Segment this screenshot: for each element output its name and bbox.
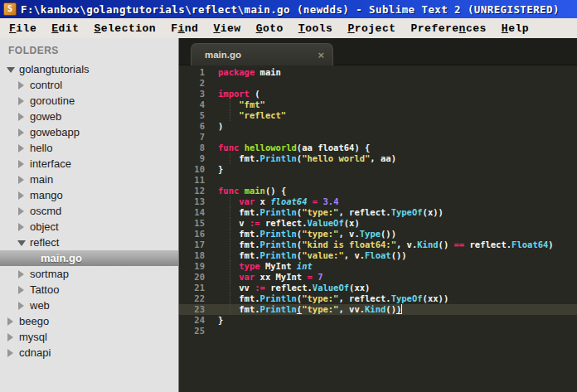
line-number: 24 xyxy=(179,315,205,326)
triangle-right-icon[interactable] xyxy=(17,144,25,152)
tree-item-mysql[interactable]: mysql xyxy=(0,329,178,345)
tree-item-sortmap[interactable]: sortmap xyxy=(0,266,178,282)
triangle-right-icon[interactable] xyxy=(17,302,25,309)
triangle-right-icon[interactable] xyxy=(17,160,25,167)
tree-item-label: object xyxy=(30,220,59,233)
triangle-right-icon[interactable] xyxy=(17,128,25,136)
menu-bar: FileEditSelectionFindViewGotoToolsProjec… xyxy=(0,18,577,38)
code-line-content: } xyxy=(205,164,223,175)
code-line-16[interactable]: 16 fmt.Println("type:", v.Type()) xyxy=(179,229,577,240)
tree-item-label: goroutine xyxy=(30,94,75,107)
tree-item-beego[interactable]: beego xyxy=(0,313,178,329)
menu-item-find[interactable]: Find xyxy=(163,21,206,36)
folder-tree: golangtutorialscontrolgoroutinegowebgowe… xyxy=(0,61,178,361)
triangle-right-icon[interactable] xyxy=(7,333,14,341)
tree-item-label: cdnapi xyxy=(19,346,51,359)
triangle-right-icon[interactable] xyxy=(17,223,25,230)
line-number: 15 xyxy=(179,218,205,229)
code-line-3[interactable]: 3import ( xyxy=(179,89,577,99)
line-number: 16 xyxy=(179,229,205,240)
tree-item-web[interactable]: web xyxy=(0,298,178,313)
code-line-4[interactable]: 4 "fmt" xyxy=(179,99,577,110)
code-line-content: ) xyxy=(205,121,223,132)
menu-item-file[interactable]: File xyxy=(2,21,44,36)
folders-header: FOLDERS xyxy=(0,38,178,61)
tree-item-label: golangtutorials xyxy=(19,63,90,75)
menu-item-selection[interactable]: Selection xyxy=(86,21,163,36)
code-line-6[interactable]: 6) xyxy=(179,121,577,132)
tab-main-go[interactable]: main.go × xyxy=(191,43,333,65)
tree-item-gowebapp[interactable]: gowebapp xyxy=(0,124,178,140)
code-line-content: func helloworld(aa float64) { xyxy=(205,143,370,153)
code-line-24[interactable]: 24} xyxy=(179,315,577,326)
code-line-5[interactable]: 5 "reflect" xyxy=(179,110,577,121)
tree-item-goroutine[interactable]: goroutine xyxy=(0,93,178,109)
tree-item-tattoo[interactable]: Tattoo xyxy=(0,282,178,298)
tree-item-mango[interactable]: mango xyxy=(0,187,178,203)
code-line-17[interactable]: 17 fmt.Println("kind is float64:", v.Kin… xyxy=(179,240,577,250)
tree-item-golangtutorials[interactable]: golangtutorials xyxy=(0,61,178,77)
triangle-right-icon[interactable] xyxy=(17,176,25,183)
code-line-18[interactable]: 18 fmt.Println("value:", v.Float()) xyxy=(179,250,577,261)
tree-item-main-go[interactable]: main.go xyxy=(0,250,178,266)
code-line-2[interactable]: 2 xyxy=(179,78,577,89)
close-icon[interactable]: × xyxy=(318,50,324,60)
tree-item-interface[interactable]: interface xyxy=(0,156,178,172)
window-title: F:\kanbox\golangtutorials\reflect\main.g… xyxy=(21,3,560,16)
code-line-12[interactable]: 12func main() { xyxy=(179,186,577,196)
tree-item-control[interactable]: control xyxy=(0,77,178,93)
triangle-right-icon[interactable] xyxy=(17,286,25,293)
menu-item-help[interactable]: Help xyxy=(494,21,536,36)
triangle-right-icon[interactable] xyxy=(17,81,25,89)
triangle-right-icon[interactable] xyxy=(17,191,25,199)
no-icon xyxy=(28,254,36,262)
code-line-23[interactable]: 23 fmt.Println("type:", vv.Kind()) xyxy=(179,304,577,315)
triangle-right-icon[interactable] xyxy=(7,317,14,325)
code-area[interactable]: 1package main23import (4 "fmt"5 "reflect… xyxy=(179,65,577,392)
code-line-1[interactable]: 1package main xyxy=(179,67,577,78)
code-line-15[interactable]: 15 v := reflect.ValueOf(x) xyxy=(179,218,577,229)
tree-item-main[interactable]: main xyxy=(0,172,178,187)
code-line-content: fmt.Println("type:", vv.Kind()) xyxy=(205,304,402,315)
code-line-20[interactable]: 20 var xx MyInt = 7 xyxy=(179,272,577,283)
tree-item-label: main.go xyxy=(41,252,82,264)
tree-item-reflect[interactable]: reflect xyxy=(0,235,178,250)
triangle-right-icon[interactable] xyxy=(17,97,25,104)
menu-item-preferences[interactable]: Preferences xyxy=(404,21,494,36)
triangle-right-icon[interactable] xyxy=(7,349,14,356)
tree-item-goweb[interactable]: goweb xyxy=(0,109,178,124)
triangle-down-icon[interactable] xyxy=(17,239,25,246)
code-line-11[interactable]: 11 xyxy=(179,175,577,186)
tree-item-object[interactable]: object xyxy=(0,219,178,235)
tree-item-cdnapi[interactable]: cdnapi xyxy=(0,345,178,361)
code-line-22[interactable]: 22 fmt.Println("type:", reflect.TypeOf(x… xyxy=(179,293,577,304)
triangle-right-icon[interactable] xyxy=(17,113,25,120)
menu-item-goto[interactable]: Goto xyxy=(249,21,291,36)
code-line-25[interactable]: 25 xyxy=(179,326,577,336)
code-line-19[interactable]: 19 type MyInt int xyxy=(179,261,577,272)
tree-item-label: oscmd xyxy=(30,205,61,217)
tree-item-oscmd[interactable]: oscmd xyxy=(0,203,178,219)
code-line-content xyxy=(205,132,218,143)
line-number: 3 xyxy=(179,89,205,99)
code-line-9[interactable]: 9 fmt.Println("hello world", aa) xyxy=(179,153,577,164)
code-line-7[interactable]: 7 xyxy=(179,132,577,143)
code-line-8[interactable]: 8func helloworld(aa float64) { xyxy=(179,143,577,153)
triangle-down-icon[interactable] xyxy=(7,65,14,73)
menu-item-tools[interactable]: Tools xyxy=(291,21,341,36)
code-line-content: var xx MyInt = 7 xyxy=(205,272,322,283)
menu-item-edit[interactable]: Edit xyxy=(44,21,86,36)
menu-item-project[interactable]: Project xyxy=(340,21,403,36)
code-line-10[interactable]: 10} xyxy=(179,164,577,175)
menu-item-view[interactable]: View xyxy=(206,21,248,36)
triangle-right-icon[interactable] xyxy=(17,270,25,278)
code-line-13[interactable]: 13 var x float64 = 3.4 xyxy=(179,196,577,207)
code-line-content: } xyxy=(205,315,223,326)
line-number: 1 xyxy=(179,67,205,78)
code-line-21[interactable]: 21 vv := reflect.ValueOf(xx) xyxy=(179,283,577,293)
code-line-14[interactable]: 14 fmt.Println("type:", reflect.TypeOf(x… xyxy=(179,207,577,218)
triangle-right-icon[interactable] xyxy=(17,207,25,215)
line-number: 22 xyxy=(179,293,205,304)
code-line-content: package main xyxy=(205,67,281,78)
tree-item-hello[interactable]: hello xyxy=(0,140,178,156)
